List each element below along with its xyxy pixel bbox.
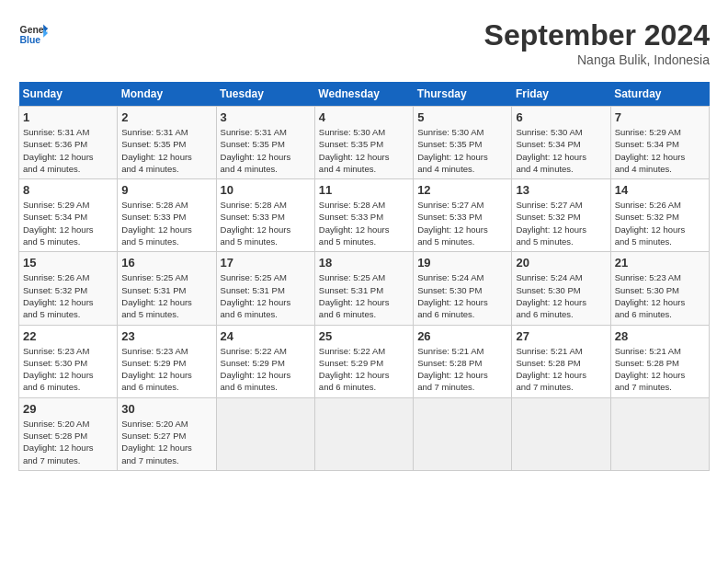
day-info: Sunrise: 5:26 AM Sunset: 5:32 PM Dayligh… (615, 199, 705, 247)
table-cell: 25Sunrise: 5:22 AM Sunset: 5:29 PM Dayli… (314, 325, 413, 397)
col-wednesday: Wednesday (314, 82, 413, 107)
day-info: Sunrise: 5:29 AM Sunset: 5:34 PM Dayligh… (615, 126, 705, 175)
col-friday: Friday (512, 82, 610, 107)
col-sunday: Sunday (19, 82, 118, 107)
day-info: Sunrise: 5:24 AM Sunset: 5:30 PM Dayligh… (417, 271, 507, 320)
calendar-row: 29Sunrise: 5:20 AM Sunset: 5:28 PM Dayli… (19, 397, 710, 470)
logo: General Blue (18, 18, 48, 48)
table-cell: 2Sunrise: 5:31 AM Sunset: 5:35 PM Daylig… (118, 107, 216, 179)
table-cell: 21Sunrise: 5:23 AM Sunset: 5:30 PM Dayli… (610, 252, 709, 325)
col-saturday: Saturday (610, 82, 709, 107)
table-cell: 22Sunrise: 5:23 AM Sunset: 5:30 PM Dayli… (19, 325, 118, 397)
day-number: 7 (615, 110, 705, 124)
table-cell: 9Sunrise: 5:28 AM Sunset: 5:33 PM Daylig… (118, 179, 216, 252)
day-info: Sunrise: 5:28 AM Sunset: 5:33 PM Dayligh… (121, 199, 211, 247)
day-info: Sunrise: 5:25 AM Sunset: 5:31 PM Dayligh… (121, 271, 211, 320)
day-number: 21 (615, 256, 705, 270)
table-cell: 19Sunrise: 5:24 AM Sunset: 5:30 PM Dayli… (414, 252, 512, 325)
calendar-row: 8Sunrise: 5:29 AM Sunset: 5:34 PM Daylig… (19, 179, 710, 252)
table-cell: 5Sunrise: 5:30 AM Sunset: 5:35 PM Daylig… (414, 107, 512, 179)
day-info: Sunrise: 5:20 AM Sunset: 5:27 PM Dayligh… (121, 418, 211, 466)
day-info: Sunrise: 5:30 AM Sunset: 5:35 PM Dayligh… (417, 126, 507, 175)
table-cell: 12Sunrise: 5:27 AM Sunset: 5:33 PM Dayli… (414, 179, 512, 252)
day-number: 22 (23, 329, 113, 343)
day-number: 24 (221, 329, 311, 343)
day-number: 28 (615, 329, 705, 343)
calendar-row: 15Sunrise: 5:26 AM Sunset: 5:32 PM Dayli… (19, 252, 710, 325)
day-number: 9 (121, 183, 211, 197)
day-info: Sunrise: 5:22 AM Sunset: 5:29 PM Dayligh… (221, 345, 311, 394)
day-number: 1 (23, 110, 113, 124)
calendar-table: Sunday Monday Tuesday Wednesday Thursday… (18, 82, 710, 471)
day-number: 15 (23, 256, 113, 270)
day-number: 12 (417, 183, 507, 197)
day-number: 2 (121, 110, 211, 124)
day-info: Sunrise: 5:21 AM Sunset: 5:28 PM Dayligh… (516, 345, 606, 394)
day-number: 18 (319, 256, 409, 270)
day-info: Sunrise: 5:25 AM Sunset: 5:31 PM Dayligh… (319, 271, 409, 320)
day-info: Sunrise: 5:29 AM Sunset: 5:34 PM Dayligh… (23, 199, 113, 247)
day-info: Sunrise: 5:23 AM Sunset: 5:29 PM Dayligh… (121, 345, 211, 394)
day-info: Sunrise: 5:22 AM Sunset: 5:29 PM Dayligh… (319, 345, 409, 394)
day-number: 3 (221, 110, 311, 124)
day-number: 10 (221, 183, 311, 197)
table-cell: 3Sunrise: 5:31 AM Sunset: 5:35 PM Daylig… (216, 107, 314, 179)
location: Nanga Bulik, Indonesia (484, 52, 710, 67)
table-cell: 26Sunrise: 5:21 AM Sunset: 5:28 PM Dayli… (414, 325, 512, 397)
logo-icon: General Blue (18, 18, 48, 48)
day-info: Sunrise: 5:30 AM Sunset: 5:34 PM Dayligh… (516, 126, 606, 175)
table-cell: 1Sunrise: 5:31 AM Sunset: 5:36 PM Daylig… (19, 107, 118, 179)
day-number: 26 (417, 329, 507, 343)
day-info: Sunrise: 5:20 AM Sunset: 5:28 PM Dayligh… (23, 418, 113, 466)
day-number: 29 (23, 402, 113, 416)
calendar-header-row: Sunday Monday Tuesday Wednesday Thursday… (19, 82, 710, 107)
day-info: Sunrise: 5:21 AM Sunset: 5:28 PM Dayligh… (615, 345, 705, 394)
table-cell: 10Sunrise: 5:28 AM Sunset: 5:33 PM Dayli… (216, 179, 314, 252)
page-header: General Blue September 2024 Nanga Bulik,… (18, 18, 710, 67)
table-cell: 13Sunrise: 5:27 AM Sunset: 5:32 PM Dayli… (512, 179, 610, 252)
table-cell: 27Sunrise: 5:21 AM Sunset: 5:28 PM Dayli… (512, 325, 610, 397)
svg-text:Blue: Blue (20, 35, 41, 45)
day-number: 4 (319, 110, 409, 124)
day-info: Sunrise: 5:31 AM Sunset: 5:36 PM Dayligh… (23, 126, 113, 175)
day-number: 17 (221, 256, 311, 270)
day-info: Sunrise: 5:30 AM Sunset: 5:35 PM Dayligh… (319, 126, 409, 175)
table-cell: 16Sunrise: 5:25 AM Sunset: 5:31 PM Dayli… (118, 252, 216, 325)
day-info: Sunrise: 5:28 AM Sunset: 5:33 PM Dayligh… (319, 199, 409, 247)
day-number: 20 (516, 256, 606, 270)
day-number: 23 (121, 329, 211, 343)
table-cell (414, 397, 512, 470)
calendar-row: 1Sunrise: 5:31 AM Sunset: 5:36 PM Daylig… (19, 107, 710, 179)
table-cell: 11Sunrise: 5:28 AM Sunset: 5:33 PM Dayli… (314, 179, 413, 252)
table-cell: 8Sunrise: 5:29 AM Sunset: 5:34 PM Daylig… (19, 179, 118, 252)
table-cell: 4Sunrise: 5:30 AM Sunset: 5:35 PM Daylig… (314, 107, 413, 179)
col-thursday: Thursday (414, 82, 512, 107)
day-info: Sunrise: 5:21 AM Sunset: 5:28 PM Dayligh… (417, 345, 507, 394)
day-info: Sunrise: 5:28 AM Sunset: 5:33 PM Dayligh… (221, 199, 311, 247)
table-cell: 7Sunrise: 5:29 AM Sunset: 5:34 PM Daylig… (610, 107, 709, 179)
title-block: September 2024 Nanga Bulik, Indonesia (484, 18, 710, 67)
table-cell: 15Sunrise: 5:26 AM Sunset: 5:32 PM Dayli… (19, 252, 118, 325)
table-cell: 24Sunrise: 5:22 AM Sunset: 5:29 PM Dayli… (216, 325, 314, 397)
table-cell: 23Sunrise: 5:23 AM Sunset: 5:29 PM Dayli… (118, 325, 216, 397)
day-number: 13 (516, 183, 606, 197)
day-number: 11 (319, 183, 409, 197)
day-info: Sunrise: 5:23 AM Sunset: 5:30 PM Dayligh… (23, 345, 113, 394)
table-cell: 20Sunrise: 5:24 AM Sunset: 5:30 PM Dayli… (512, 252, 610, 325)
day-number: 16 (121, 256, 211, 270)
table-cell: 18Sunrise: 5:25 AM Sunset: 5:31 PM Dayli… (314, 252, 413, 325)
table-cell (610, 397, 709, 470)
table-cell: 14Sunrise: 5:26 AM Sunset: 5:32 PM Dayli… (610, 179, 709, 252)
day-info: Sunrise: 5:25 AM Sunset: 5:31 PM Dayligh… (221, 271, 311, 320)
col-monday: Monday (118, 82, 216, 107)
table-cell: 29Sunrise: 5:20 AM Sunset: 5:28 PM Dayli… (19, 397, 118, 470)
day-info: Sunrise: 5:26 AM Sunset: 5:32 PM Dayligh… (23, 271, 113, 320)
table-cell: 17Sunrise: 5:25 AM Sunset: 5:31 PM Dayli… (216, 252, 314, 325)
day-number: 5 (417, 110, 507, 124)
month-year: September 2024 (484, 18, 710, 52)
day-number: 8 (23, 183, 113, 197)
calendar-row: 22Sunrise: 5:23 AM Sunset: 5:30 PM Dayli… (19, 325, 710, 397)
table-cell (216, 397, 314, 470)
table-cell: 30Sunrise: 5:20 AM Sunset: 5:27 PM Dayli… (118, 397, 216, 470)
day-info: Sunrise: 5:23 AM Sunset: 5:30 PM Dayligh… (615, 271, 705, 320)
